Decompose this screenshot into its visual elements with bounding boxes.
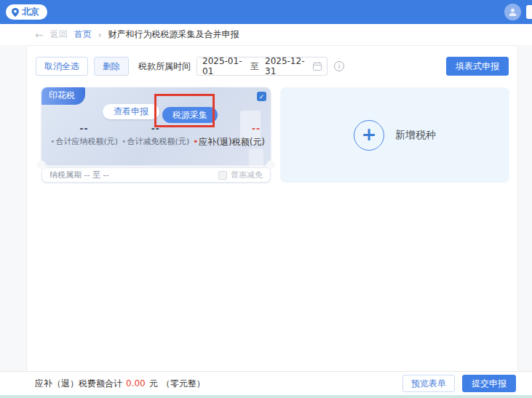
card-checkbox-checked[interactable]: ✓ [257,92,266,101]
back-arrow-icon[interactable]: ← [35,29,44,41]
submit-declaration-button[interactable]: 提交申报 [462,375,516,392]
stat-label: •合计应纳税额(元) [50,136,118,147]
breadcrumb: ← 返回 首页 › 财产和行为税税源采集及合并申报 [0,24,532,45]
date-range-input[interactable]: 2025-01-01 至 2025-12-31 [196,57,327,76]
page-background: 取消全选 删除 税款所属时间 2025-01-01 至 2025-12-31 i… [0,45,532,371]
app-screen: 北京 ← 返回 首页 › 财产和行为税税源采集及合并申报 取消全选 删除 税款所… [0,0,532,398]
annotation-highlight-box [154,94,215,127]
breadcrumb-separator: › [98,30,102,40]
preview-form-button[interactable]: 预览表单 [402,375,455,392]
plus-icon[interactable]: + [354,120,384,151]
calendar-icon[interactable] [313,62,322,71]
benefit-label: 普惠减免 [231,170,263,180]
date-start-value[interactable]: 2025-01-01 [202,56,245,76]
total-amount-unit: 元 [149,378,158,390]
location-selector[interactable]: 北京 [6,4,47,20]
bottom-accent-strip [0,395,532,398]
stat-total-reduction: -- •合计减免税额(元) [122,124,189,148]
ticket-notch [37,161,46,170]
view-declaration-button[interactable]: 查看申报 [103,104,159,119]
date-end-value[interactable]: 2025-12-31 [265,56,307,76]
back-link[interactable]: 返回 [50,28,68,41]
stat-total-payable: -- •合计应纳税额(元) [50,124,118,148]
location-label: 北京 [22,6,39,18]
ticket-notch [266,161,275,170]
tax-period-range: 纳税属期 -- 至 -- [49,170,108,180]
top-bar: 北京 [0,0,532,24]
footer-bar: 应补（退）税费额合计 0.00 元 （零元整） 预览表单 提交申报 [0,371,532,395]
cancel-select-all-button[interactable]: 取消全选 [36,57,88,76]
stat-label: •应补(退)税额(元) [193,136,265,148]
benefit-checkbox-unchecked[interactable] [218,171,227,180]
add-tax-type-label: 新增税种 [395,129,436,142]
date-to-label: 至 [250,60,259,73]
info-icon[interactable]: i [334,61,344,71]
stat-value: -- [80,124,89,134]
tax-card-body[interactable]: 印花税 ✓ 查看申报 税源采集 -- •合计应纳税额(元) -- •合计减免税额… [41,87,271,165]
total-amount-words: （零元整） [162,378,205,390]
tax-card-stamp-tax: 印花税 ✓ 查看申报 税源采集 -- •合计应纳税额(元) -- •合计减免税额… [41,87,271,183]
breadcrumb-home[interactable]: 首页 [74,28,92,41]
tax-type-tag: 印花税 [41,87,85,105]
header-menu-partial[interactable] [526,5,532,19]
delete-button[interactable]: 删除 [94,57,129,76]
total-amount-value: 0.00 [126,378,146,389]
stat-label: •合计减免税额(元) [122,136,189,147]
add-tax-type-panel[interactable]: + 新增税种 [280,87,509,183]
tax-period-label: 税款所属时间 [138,60,191,73]
user-avatar[interactable] [504,4,521,20]
toolbar: 取消全选 删除 税款所属时间 2025-01-01 至 2025-12-31 i… [36,57,509,76]
stat-value: -- [252,124,261,134]
stat-payable-refund: -- •应补(退)税额(元) [193,124,265,148]
fill-form-declare-button[interactable]: 填表式申报 [446,57,509,76]
tax-card-stub: 纳税属期 -- 至 -- 普惠减免 [41,167,271,183]
location-pin-icon [12,8,19,17]
content-panel: 取消全选 删除 税款所属时间 2025-01-01 至 2025-12-31 i… [26,45,518,371]
total-amount-label: 应补（退）税费额合计 [35,378,122,390]
breadcrumb-current: 财产和行为税税源采集及合并申报 [108,28,239,41]
card-stats: -- •合计应纳税额(元) -- •合计减免税额(元) -- •应补(退)税额(… [50,124,265,148]
